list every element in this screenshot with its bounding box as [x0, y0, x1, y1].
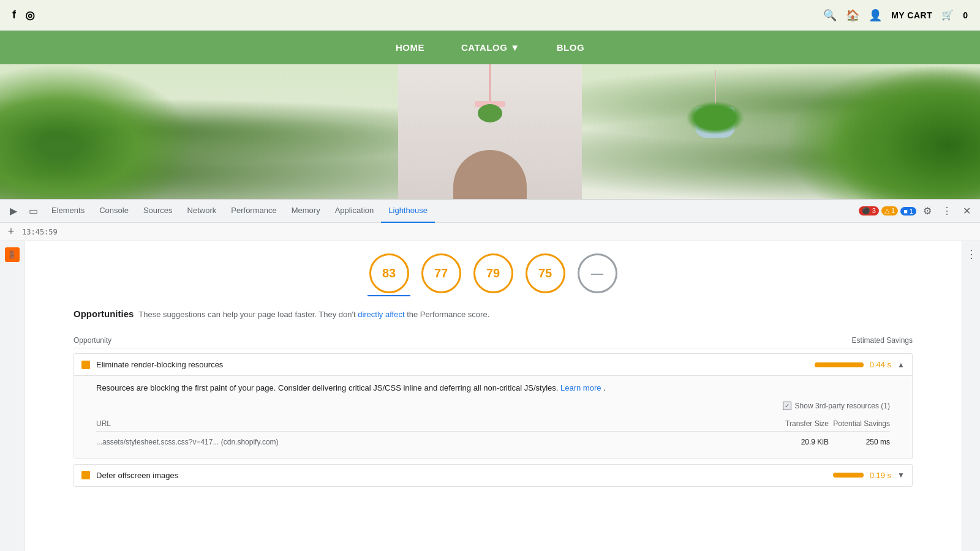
third-party-row: ✓ Show 3rd-party resources (1) [96, 402, 890, 410]
score-value-1: 83 [382, 266, 396, 280]
facebook-icon[interactable]: f [12, 9, 16, 21]
opportunity-item-1: Eliminate render-blocking resources 0.44… [74, 353, 913, 459]
third-party-label: Show 3rd-party resources (1) [795, 402, 890, 410]
add-button[interactable]: + [5, 226, 17, 238]
opportunity-col-label: Opportunity [74, 336, 111, 345]
opportunity-icon-1 [81, 361, 90, 369]
cursor-tool-button[interactable]: ▶ [5, 203, 22, 220]
opportunity-right-1: 0.44 s ▲ [815, 360, 905, 369]
catalog-dropdown-icon: ▼ [510, 42, 519, 53]
cart-label[interactable]: MY CART [891, 10, 932, 20]
tab-lighthouse[interactable]: Lighthouse [381, 200, 435, 223]
right-plant [827, 64, 980, 199]
nav-home-label: HOME [396, 42, 424, 53]
opportunity-row-2[interactable]: Defer offscreen images 0.19 s ▼ [74, 465, 912, 486]
url-table-header: URL Transfer Size Potential Savings [96, 416, 890, 432]
hero-center-panel [398, 64, 582, 199]
transfer-col-header: Transfer Size [767, 419, 829, 428]
tab-elements[interactable]: Elements [44, 200, 92, 223]
score-value-5: — [591, 266, 603, 280]
opportunity-table-header: Opportunity Estimated Savings [74, 333, 913, 348]
social-links: f ◎ [12, 9, 35, 22]
nav-catalog-label: CATALOG [461, 42, 507, 53]
devtools-toolbar: ▶ ▭ Elements Console Sources Network Per… [0, 200, 980, 223]
nav-blog-label: BLOG [557, 42, 584, 53]
top-bar-right: 🔍 🏠 👤 MY CART 🛒 0 [823, 9, 968, 22]
opportunity-left-2: Defer offscreen images [81, 471, 178, 480]
hero-section [0, 64, 980, 199]
opportunity-item-2: Defer offscreen images 0.19 s ▼ [74, 464, 913, 487]
warning-badge: △ 1 [881, 206, 898, 216]
learn-more-link-1[interactable]: Learn more [560, 383, 603, 392]
opportunities-subtitle: These suggestions can help your page loa… [138, 310, 489, 319]
opportunity-expanded-1: Resources are blocking the first paint o… [74, 375, 912, 459]
home-icon[interactable]: 🏠 [846, 9, 859, 22]
scores-row: 83 77 79 75 — [24, 253, 962, 293]
tab-sources[interactable]: Sources [136, 200, 180, 223]
opportunity-title-2: Defer offscreen images [96, 471, 178, 480]
savings-ms-value-1: 250 ms [829, 438, 890, 446]
settings-button[interactable]: ⚙ [919, 203, 936, 220]
score-circle-5[interactable]: — [578, 253, 617, 293]
main-content-area: 🚪 83 77 79 75 — [0, 241, 980, 551]
savings-value-1: 0.44 s [870, 360, 891, 369]
device-toolbar-button[interactable]: ▭ [24, 203, 42, 220]
tab-performance[interactable]: Performance [224, 200, 284, 223]
lighthouse-side-panel: 🚪 [0, 241, 24, 551]
opportunity-left-1: Eliminate render-blocking resources [81, 360, 223, 369]
search-icon[interactable]: 🔍 [823, 9, 837, 22]
opportunity-title-1: Eliminate render-blocking resources [96, 360, 223, 369]
hanging-planter [695, 70, 735, 138]
score-circle-3[interactable]: 79 [473, 253, 513, 293]
savings-bar-1 [815, 362, 864, 367]
account-icon[interactable]: 👤 [869, 9, 882, 22]
score-underline [368, 295, 410, 296]
expand-icon-2[interactable]: ▼ [897, 471, 905, 479]
tab-application[interactable]: Application [328, 200, 382, 223]
savings-bar-2 [833, 473, 864, 478]
potential-col-header: Potential Savings [829, 419, 890, 428]
score-circle-1[interactable]: 83 [369, 253, 409, 293]
score-circle-2[interactable]: 77 [421, 253, 461, 293]
info-badge: ■ 1 [900, 207, 916, 216]
savings-col-label: Estimated Savings [852, 336, 913, 345]
opportunities-section: Opportunities These suggestions can help… [24, 309, 962, 487]
lighthouse-panel: 83 77 79 75 — Opportunities [24, 241, 962, 551]
nav-catalog[interactable]: CATALOG ▼ [461, 42, 520, 53]
tab-memory[interactable]: Memory [284, 200, 328, 223]
opportunity-icon-2 [81, 471, 90, 479]
right-side-panel: ⋮ [962, 241, 980, 551]
opportunity-row-1[interactable]: Eliminate render-blocking resources 0.44… [74, 354, 912, 375]
devtools-panel: ▶ ▭ Elements Console Sources Network Per… [0, 199, 980, 551]
score-circle-4[interactable]: 75 [526, 253, 565, 293]
nav-blog[interactable]: BLOG [557, 42, 584, 53]
tab-network[interactable]: Network [180, 200, 224, 223]
expand-icon-1[interactable]: ▲ [897, 361, 905, 369]
tab-console[interactable]: Console [92, 200, 136, 223]
nav-bar: HOME CATALOG ▼ BLOG [0, 31, 980, 64]
score-value-4: 75 [538, 266, 552, 280]
top-bar: f ◎ 🔍 🏠 👤 MY CART 🛒 0 [0, 0, 980, 31]
transfer-value-1: 20.9 KiB [767, 438, 829, 446]
hero-leaf-left [0, 64, 196, 199]
url-table-row-1: ...assets/stylesheet.scss.css?v=417... (… [96, 435, 890, 449]
opportunity-right-2: 0.19 s ▼ [833, 471, 905, 480]
score-value-3: 79 [486, 266, 500, 280]
more-options-button[interactable]: ⋮ [938, 203, 956, 220]
nav-home[interactable]: HOME [396, 42, 424, 53]
savings-value-2: 0.19 s [870, 471, 891, 480]
directly-affect-link[interactable]: directly affect [358, 310, 407, 319]
error-badge: ⚫ 3 [859, 206, 879, 216]
timestamp-display: 13:45:59 [22, 228, 58, 236]
expanded-desc-1: Resources are blocking the first paint o… [96, 382, 890, 394]
panel-more-options[interactable]: ⋮ [966, 247, 977, 261]
instagram-icon[interactable]: ◎ [25, 9, 35, 22]
cart-count: 0 [963, 10, 968, 20]
third-party-checkbox[interactable]: ✓ [783, 402, 791, 410]
toolbar-right: ⚫ 3 △ 1 ■ 1 ⚙ ⋮ ✕ [859, 203, 975, 220]
cart-icon[interactable]: 🛒 [941, 9, 954, 21]
close-devtools-button[interactable]: ✕ [958, 203, 975, 220]
lighthouse-panel-icon[interactable]: 🚪 [5, 247, 20, 262]
person-silhouette [453, 150, 527, 199]
opportunities-title: Opportunities [74, 309, 134, 319]
